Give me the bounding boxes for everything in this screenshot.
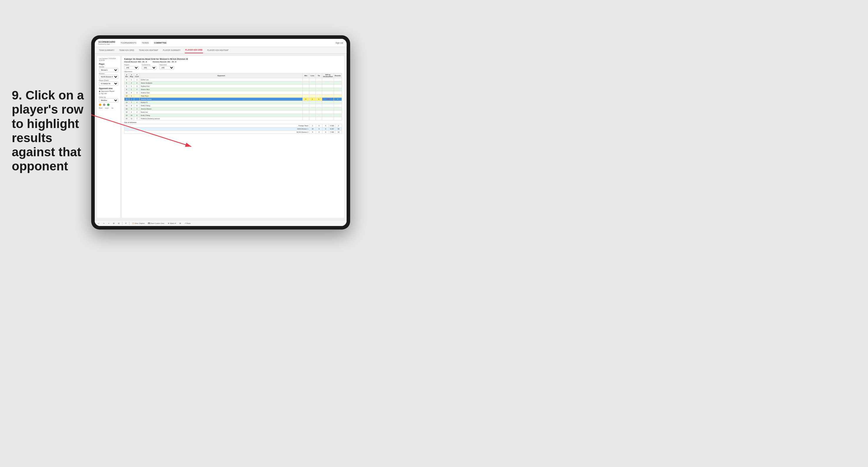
player-rank-select[interactable]: 8. Katelyn Vo — [99, 82, 118, 86]
sign-out-button[interactable]: Sign out — [335, 42, 343, 44]
radio-opponents-played[interactable]: Opponents Played — [99, 90, 118, 92]
th-opponent: Opponent — [140, 73, 303, 78]
out-of-division: Out of division Foreign Team 1 0 0 4.500… — [124, 122, 342, 134]
conference-filter-select[interactable]: (All) — [142, 66, 157, 69]
division-select[interactable]: NCAA Division III — [99, 75, 118, 79]
table-row[interactable]: 20 11 7 Federica Domecq Lacroze — [124, 117, 342, 120]
records-row: Overall Record: 353 - 34 - 6 Division Re… — [124, 61, 342, 63]
filters-row: Region (All) Conference (All) Opponent — [124, 64, 342, 69]
tab-team-h2h-grid[interactable]: TEAM H2H GRID — [119, 47, 135, 53]
nav-bar: SCOREBOARD Powered by clippi TOURNAMENTS… — [95, 39, 347, 47]
tab-player-h2h-grid[interactable]: PLAYER H2H GRID — [185, 47, 203, 53]
player-rank-label: Player (Rank) — [99, 80, 118, 81]
th-div: # Div — [124, 73, 129, 78]
view-original-btn[interactable]: 📋 View: Original — [131, 222, 145, 225]
th-reg: # Reg — [129, 73, 134, 78]
watch-btn[interactable]: 👁 Watch ▾ — [167, 222, 177, 225]
gender-select[interactable]: Women's — [99, 68, 118, 72]
region-filter-group: Region (All) — [124, 64, 139, 69]
th-rounds: Rounds — [334, 73, 342, 78]
save-custom-view-btn[interactable]: 💾 Save Custom View — [147, 222, 165, 225]
table-row[interactable]: 19 10 6 Emily Chang — [124, 114, 342, 117]
annotation-text: 9. Click on a player's row to highlight … — [12, 88, 84, 173]
logo: SCOREBOARD Powered by clippi — [98, 41, 115, 45]
grid-container: # Div # Reg # Conf Opponent Win Loss Tie… — [124, 73, 342, 216]
toolbar-reset[interactable]: ↺ — [124, 222, 127, 225]
radio-dot-top100 — [99, 93, 100, 94]
table-row[interactable]: 6 1 3 Sydney Kuo — [124, 85, 342, 88]
gender-label: Gender — [99, 66, 118, 68]
tablet-frame: SCOREBOARD Powered by clippi TOURNAMENTS… — [91, 35, 350, 229]
th-loss: Loss — [309, 73, 316, 78]
table-row[interactable]: 10 6 3 Andrea York — [124, 91, 342, 94]
tablet-screen: SCOREBOARD Powered by clippi TOURNAMENTS… — [95, 39, 347, 226]
share-btn[interactable]: ↗ Share — [184, 222, 191, 225]
grid-layout-btn[interactable]: ⊞ — [179, 222, 182, 225]
table-row[interactable]: 16 9 1 Jessica Mason — [124, 107, 342, 111]
toolbar-redo[interactable]: ↪ — [102, 222, 105, 225]
table-row[interactable]: 15 8 5 Stella Cheng — [124, 104, 342, 107]
toolbar-divider-2 — [129, 222, 129, 225]
nav-teams[interactable]: TEAMS — [141, 42, 150, 44]
toolbar-expand[interactable]: ⊞ — [112, 222, 115, 225]
last-updated: Last Updated: 27/03/2024 16:55:38 — [99, 58, 118, 61]
opponent-filter-select[interactable]: (All) — [159, 66, 174, 69]
conference-filter-group: Conference (All) — [142, 64, 157, 69]
nav-tournaments[interactable]: TOURNAMENTS — [120, 42, 137, 44]
opponents-label: Opponents: — [124, 71, 342, 72]
table-row[interactable]: 5 2 2 Alexis Sudjianto — [124, 82, 342, 85]
opponent-filter-group: Opponent (All) — [159, 64, 174, 69]
colour-section: Colour by Win/loss Down Level Up — [99, 96, 118, 109]
ood-row[interactable]: Foreign Team 1 0 0 4.500 2 — [124, 124, 342, 127]
toolbar-divider-1 — [122, 222, 122, 225]
division-record: Division Record: 331 - 34 - 6 — [153, 61, 176, 63]
ood-table: Foreign Team 1 0 0 4.500 2 NAIA Division… — [124, 124, 342, 134]
toolbar-undo[interactable]: ↩ — [97, 222, 100, 225]
tab-team-h2h-heatmap[interactable]: TEAM H2H HEATMAP — [138, 47, 159, 53]
th-win: Win — [303, 73, 309, 78]
right-panel: Katelyn Vo Head-to-Head Grid for Women's… — [122, 56, 344, 218]
table-row[interactable]: 13 1 Haeji Hyun — [124, 94, 342, 98]
tab-player-h2h-heatmap[interactable]: PLAYER H2H HEATMAP — [207, 47, 229, 53]
th-tie: Tie — [316, 73, 322, 78]
table-row[interactable]: 18 2 2 Euna Lee — [124, 111, 342, 114]
region-filter-select[interactable]: (All) — [124, 66, 139, 69]
legend-down-dot — [99, 103, 101, 106]
ood-title: Out of division — [124, 122, 342, 123]
toolbar: ↩ ↪ ⤿ ⊞ ⊟ ↺ 📋 View: Original 💾 Save Cust… — [95, 220, 347, 226]
nav-items: TOURNAMENTS TEAMS COMMITTEE — [120, 42, 336, 44]
colour-by-label: Colour by — [99, 96, 118, 98]
division-label: Division — [99, 73, 118, 74]
nav-committee[interactable]: COMMITTEE — [154, 42, 167, 44]
overall-record: Overall Record: 353 - 34 - 6 — [124, 61, 147, 63]
legend-dots — [99, 103, 118, 106]
colour-by-select[interactable]: Win/loss — [99, 98, 118, 102]
table-row[interactable]: 14 7 4 Eunice Yi — [124, 101, 342, 104]
player-section-title: Player — [99, 63, 118, 65]
grid-body: 3 1 1 Esther Lee 5 2 2 Alexis Sudjianto … — [124, 78, 342, 120]
table-row[interactable]: 3 1 1 Esther Lee — [124, 78, 342, 82]
ood-row[interactable]: NAIA Division 1 15 0 0 9.267 30 — [124, 127, 342, 131]
th-diff: Diff Av Strokes/Rnd — [322, 73, 334, 78]
opponent-view-title: Opponent view — [99, 87, 118, 89]
tab-team-summary[interactable]: TEAM SUMMARY — [98, 47, 115, 53]
grid-table: # Div # Reg # Conf Opponent Win Loss Tie… — [124, 73, 342, 120]
ood-body: Foreign Team 1 0 0 4.500 2 NAIA Division… — [124, 124, 342, 134]
legend-labels: Down Level Up — [99, 107, 118, 109]
sub-nav: TEAM SUMMARY TEAM H2H GRID TEAM H2H HEAT… — [95, 47, 347, 54]
grid-title: Katelyn Vo Head-to-Head Grid for Women's… — [124, 58, 342, 60]
annotation-block: 9. Click on a player's row to highlight … — [12, 88, 88, 174]
opponent-view-section: Opponent view Opponents Played Top 100 — [99, 87, 118, 94]
radio-top100[interactable]: Top 100 — [99, 93, 118, 94]
table-row[interactable]: 9 1 4 Sharon Mun — [124, 88, 342, 91]
tab-player-summary[interactable]: PLAYER SUMMARY — [162, 47, 181, 53]
toolbar-refresh[interactable]: ⤿ — [107, 222, 110, 225]
toolbar-collapse[interactable]: ⊟ — [117, 222, 120, 225]
radio-dot-opponents-played — [99, 91, 100, 92]
legend-level-dot — [103, 103, 105, 106]
ood-row[interactable]: NCAA Division 2 5 0 0 7.400 10 — [124, 131, 342, 134]
th-conf: # Conf — [134, 73, 140, 78]
table-row[interactable]: 13 1 Jessica Huang 0 1 0 -3.00 2 — [124, 98, 342, 101]
main-content: Last Updated: 27/03/2024 16:55:38 Player… — [95, 54, 347, 220]
left-panel: Last Updated: 27/03/2024 16:55:38 Player… — [97, 56, 120, 218]
